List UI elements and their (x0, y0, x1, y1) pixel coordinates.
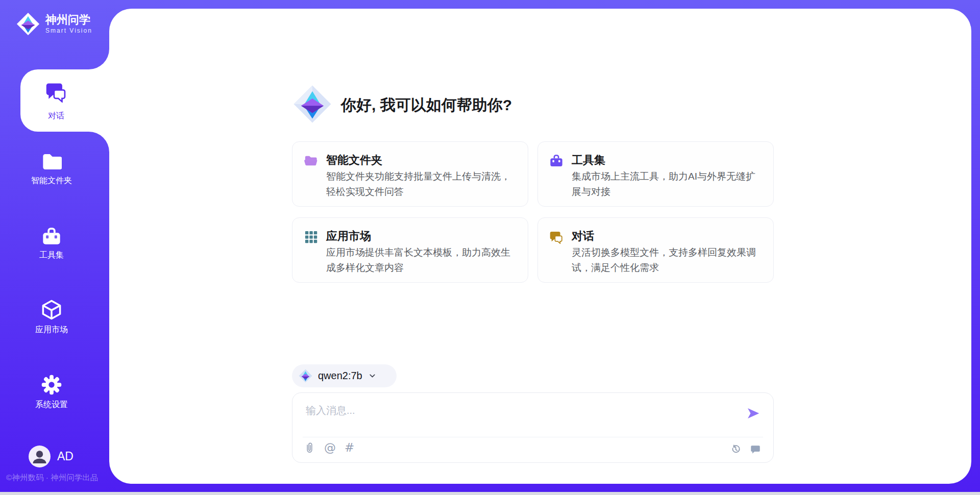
message-input[interactable] (305, 400, 725, 421)
send-button[interactable] (746, 406, 761, 421)
card-description: 灵活切换多模型文件，支持多样回复效果调试，满足个性化需求 (572, 245, 763, 276)
active-tab-curve-bottom (89, 132, 109, 152)
card-app-market[interactable]: 应用市场 应用市场提供丰富长文本模板，助力高效生成多样化文章内容 (292, 217, 528, 283)
folder-open-icon (304, 154, 318, 168)
active-tab-curve-top (89, 49, 109, 69)
sidebar-item-label: 智能文件夹 (0, 175, 103, 186)
chat-bubbles-icon (549, 230, 564, 244)
history-button[interactable] (730, 444, 741, 455)
copyright-text: ©神州数码 · 神州问学出品 (6, 473, 98, 483)
brand-text: 神州问学 Smart Vision (45, 13, 92, 35)
message-composer: @ # (292, 392, 774, 463)
brand-diamond-icon (299, 369, 312, 383)
greeting-diamond-icon (293, 85, 332, 123)
sidebar-item-label: 工具集 (0, 250, 103, 261)
card-toolbox[interactable]: 工具集 集成市场上主流工具，助力AI与外界无缝扩展与对接 (537, 141, 774, 207)
card-description: 集成市场上主流工具，助力AI与外界无缝扩展与对接 (572, 169, 763, 200)
folder-icon (41, 152, 62, 171)
composer-tools: @ # (304, 442, 354, 454)
brand-diamond-icon (16, 12, 40, 36)
chat-icon (45, 80, 67, 103)
card-description: 智能文件夹功能支持批量文件上传与清洗，轻松实现文件问答 (326, 169, 517, 200)
toolbox-icon (41, 227, 62, 246)
brand-logo: 神州问学 Smart Vision (16, 12, 92, 36)
at-icon: @ (324, 442, 336, 454)
user-initials: AD (57, 450, 74, 463)
sidebar-item-label: 对话 (48, 110, 64, 121)
send-icon (746, 406, 761, 421)
cube-icon (41, 299, 62, 320)
sidebar-item-app-market[interactable]: 应用市场 (0, 299, 103, 335)
card-smart-folders[interactable]: 智能文件夹 智能文件夹功能支持批量文件上传与清洗，轻松实现文件问答 (292, 141, 528, 207)
paperclip-icon (304, 442, 315, 454)
brand-name: 神州问学 (45, 13, 92, 27)
card-description: 应用市场提供丰富长文本模板，助力高效生成多样化文章内容 (326, 245, 517, 276)
sidebar-item-toolbox[interactable]: 工具集 (0, 227, 103, 261)
gear-icon (41, 374, 62, 395)
hash-topic-button[interactable]: # (345, 442, 354, 454)
sidebar-item-settings[interactable]: 系统设置 (0, 374, 103, 410)
at-mention-button[interactable]: @ (324, 442, 336, 454)
toolbox-icon (549, 154, 564, 168)
grid-icon (304, 230, 318, 244)
sidebar-item-label: 系统设置 (0, 399, 103, 410)
card-chat[interactable]: 对话 灵活切换多模型文件，支持多样回复效果调试，满足个性化需求 (537, 217, 774, 283)
chevron-down-icon (368, 372, 377, 380)
composer-right-tools (730, 443, 761, 455)
model-selector[interactable]: qwen2:7b (292, 364, 397, 387)
user-profile[interactable]: AD (29, 445, 74, 467)
card-title: 智能文件夹 (326, 153, 382, 168)
model-name: qwen2:7b (318, 370, 362, 382)
card-title: 应用市场 (326, 229, 371, 244)
card-title: 对话 (572, 229, 594, 244)
sidebar-item-chat[interactable]: 对话 (20, 69, 109, 132)
card-title: 工具集 (572, 153, 605, 168)
app-root: 神州问学 Smart Vision 对话 智能文件夹 工具集 (0, 0, 980, 495)
new-chat-button[interactable] (750, 443, 761, 455)
attach-file-button[interactable] (304, 442, 315, 454)
message-icon (750, 443, 761, 455)
brand-subtitle: Smart Vision (45, 27, 92, 35)
composer-divider (303, 437, 763, 437)
hash-icon: # (345, 442, 354, 454)
bottom-edge-strip (0, 492, 980, 495)
sidebar-item-label: 应用市场 (0, 324, 103, 335)
greeting-title: 你好, 我可以如何帮助你? (341, 95, 512, 115)
sidebar-item-smart-folders[interactable]: 智能文件夹 (0, 152, 103, 186)
user-avatar-icon (29, 445, 51, 467)
history-icon (730, 444, 741, 455)
